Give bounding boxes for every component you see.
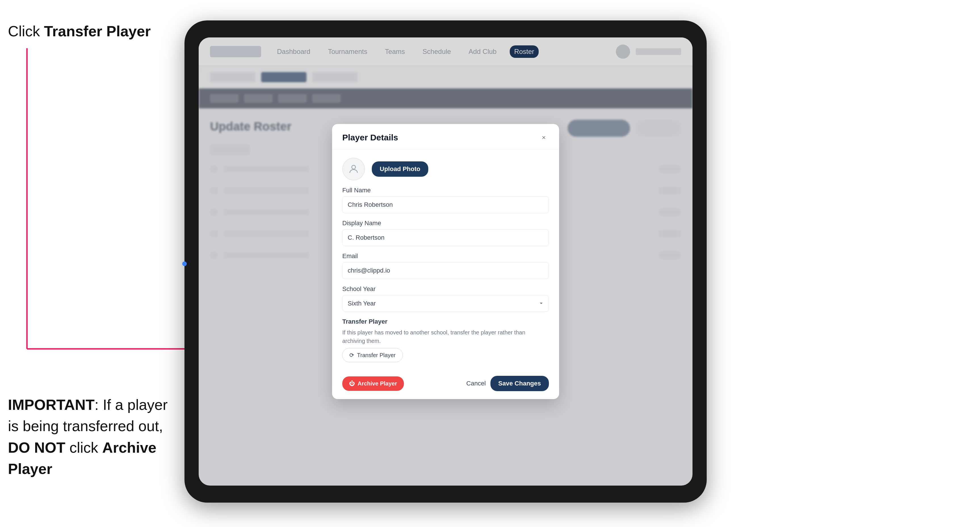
archive-player-button[interactable]: ⏻ Archive Player <box>342 376 404 391</box>
modal-overlay: Player Details × Upload Photo <box>199 37 692 486</box>
full-name-label: Full Name <box>342 187 549 194</box>
avatar-placeholder <box>342 158 365 180</box>
transfer-player-button[interactable]: ⟳ Transfer Player <box>342 348 403 362</box>
svg-point-3 <box>352 165 355 169</box>
player-details-modal: Player Details × Upload Photo <box>332 124 559 399</box>
transfer-btn-label: Transfer Player <box>357 352 396 359</box>
instruction-bottom: IMPORTANT: If a player is being transfer… <box>8 394 173 480</box>
tablet-side-button <box>182 262 187 266</box>
display-name-label: Display Name <box>342 219 549 227</box>
school-year-group: School Year First Year Second Year Third… <box>342 285 549 312</box>
photo-row: Upload Photo <box>342 158 549 180</box>
transfer-section: Transfer Player If this player has moved… <box>342 318 549 362</box>
full-name-input[interactable] <box>342 196 549 213</box>
important-label: IMPORTANT <box>8 397 94 413</box>
full-name-group: Full Name <box>342 187 549 213</box>
instruction-text2: click <box>65 439 102 456</box>
modal-footer: ⏻ Archive Player Cancel Save Changes <box>332 370 559 399</box>
upload-photo-button[interactable]: Upload Photo <box>372 161 428 177</box>
school-year-select[interactable]: First Year Second Year Third Year Fourth… <box>342 295 549 312</box>
instruction-top: Click Transfer Player <box>8 23 151 40</box>
save-changes-button[interactable]: Save Changes <box>490 376 549 391</box>
display-name-input[interactable] <box>342 229 549 246</box>
do-not-label: DO NOT <box>8 439 65 456</box>
email-group: Email <box>342 252 549 279</box>
school-year-label: School Year <box>342 285 549 293</box>
modal-close-button[interactable]: × <box>539 132 549 143</box>
modal-header: Player Details × <box>332 124 559 150</box>
tablet-screen: Dashboard Tournaments Teams Schedule Add… <box>199 37 692 486</box>
email-input[interactable] <box>342 262 549 279</box>
instruction-prefix: Click <box>8 23 44 40</box>
transfer-icon: ⟳ <box>349 352 354 359</box>
transfer-section-label: Transfer Player <box>342 318 549 325</box>
display-name-group: Display Name <box>342 219 549 246</box>
instruction-bold: Transfer Player <box>44 23 151 40</box>
tablet-frame: Dashboard Tournaments Teams Schedule Add… <box>185 21 707 503</box>
modal-title: Player Details <box>342 133 398 142</box>
modal-body: Upload Photo Full Name Display Name <box>332 150 559 370</box>
transfer-description: If this player has moved to another scho… <box>342 328 549 345</box>
archive-icon: ⏻ <box>349 380 355 387</box>
email-label: Email <box>342 252 549 260</box>
cancel-button[interactable]: Cancel <box>466 380 485 387</box>
archive-btn-label: Archive Player <box>358 380 397 387</box>
user-icon <box>348 163 359 175</box>
